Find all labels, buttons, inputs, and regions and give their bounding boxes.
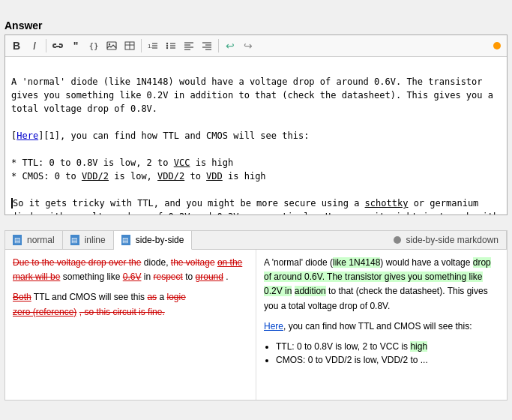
toolbar-separator-2 xyxy=(141,39,142,52)
section-title: Answer xyxy=(4,20,508,32)
preview-left: Due to the voltage drop over the diode, … xyxy=(5,250,256,400)
tab-markdown[interactable]: side-by-side markdown xyxy=(386,231,507,249)
svg-point-9 xyxy=(166,43,168,44)
tab-normal-icon: ▤ xyxy=(13,235,22,245)
italic-button[interactable]: I xyxy=(26,38,43,54)
tab-markdown-label: side-by-side markdown xyxy=(406,235,499,245)
undo-button[interactable]: ↩ xyxy=(222,38,238,54)
diff-block-2: Both TTL and CMOS will see this as a log… xyxy=(13,290,248,319)
vdd2-text: VDD/2 xyxy=(82,171,109,182)
del-text-4: as xyxy=(147,292,157,302)
normal-text-3: in xyxy=(144,272,151,282)
vdd2-text2: VDD/2 xyxy=(157,171,184,182)
editor-panel: B I " {} xyxy=(4,34,508,215)
high-text: high xyxy=(211,158,233,168)
svg-point-1 xyxy=(109,44,110,45)
cursor xyxy=(11,198,13,208)
normal-text-4: to xyxy=(185,272,193,282)
svg-point-11 xyxy=(166,47,168,49)
bullet-1-label: TTL: 0 to 0.8V is low, 2 to VCC is xyxy=(276,341,410,352)
svg-point-10 xyxy=(166,45,168,46)
redo-button[interactable]: ↪ xyxy=(240,38,256,54)
tab-side-by-side-icon: ▤ xyxy=(121,235,130,245)
diff-block-1: Due to the voltage drop over the diode, … xyxy=(13,256,248,284)
bold-button[interactable]: B xyxy=(8,38,25,54)
del-underline-2: 0.6V xyxy=(123,272,142,282)
bullet-2-label: CMOS: 0 to VDD/2 is low, VDD/2 to ... xyxy=(276,355,428,365)
tab-normal[interactable]: ▤ normal xyxy=(5,231,63,249)
normal-text-2: something like xyxy=(63,272,123,282)
toolbar-separator-3 xyxy=(218,39,219,52)
code-button[interactable]: {} xyxy=(85,38,102,54)
del-text-5: logie xyxy=(166,292,185,302)
here-link[interactable]: Here xyxy=(16,130,38,141)
quote-button[interactable]: " xyxy=(67,38,84,54)
align-right-icon xyxy=(202,41,212,50)
schottky-text: schottky xyxy=(365,198,409,208)
table-icon xyxy=(124,41,135,50)
normal-text-1: diode, xyxy=(144,257,169,268)
preview-tabs: ▤ normal ▤ inline ▤ side-by-side side-by… xyxy=(5,231,507,250)
del-underline-3: ground xyxy=(196,272,223,282)
editor-content[interactable]: A 'normal' diode (like 1N4148) would hav… xyxy=(5,57,507,214)
bullet-item-1: TTL: 0 to 0.8V is low, 2 to VCC is high xyxy=(276,340,499,353)
image-icon xyxy=(106,41,117,50)
right-para-2: Here, you can find how TTL and CMOS will… xyxy=(264,320,499,334)
del-underline-5: zero (reference) xyxy=(13,307,76,317)
unordered-list-icon xyxy=(166,41,176,50)
ins-1: like 1N4148 xyxy=(333,257,380,268)
ordered-list-icon: 1. xyxy=(148,41,158,50)
tab-inline[interactable]: ▤ inline xyxy=(63,231,114,249)
normal-text-7: a xyxy=(159,292,164,302)
del-text-3: respect xyxy=(153,272,182,282)
tab-inline-icon: ▤ xyxy=(70,235,79,245)
tab-side-by-side[interactable]: ▤ side-by-side xyxy=(114,231,193,250)
align-left-icon xyxy=(184,41,194,50)
preview-right: A 'normal' diode (like 1N4148) would hav… xyxy=(256,250,507,400)
del-underline-4: Both xyxy=(13,292,31,302)
editor-toolbar: B I " {} xyxy=(5,35,507,57)
status-indicator xyxy=(493,42,501,50)
preview-content: Due to the voltage drop over the diode, … xyxy=(5,250,507,400)
toolbar-separator-1 xyxy=(46,39,46,52)
unordered-list-button[interactable] xyxy=(163,38,179,54)
tab-spacer xyxy=(192,231,385,249)
image-button[interactable] xyxy=(103,38,120,54)
here-link-preview[interactable]: Here xyxy=(264,321,283,332)
vcc-text: VCC xyxy=(174,158,190,168)
tab-normal-label: normal xyxy=(27,235,55,245)
bullet-list: TTL: 0 to 0.8V is low, 2 to VCC is high … xyxy=(276,340,499,367)
preview-section: ▤ normal ▤ inline ▤ side-by-side side-by… xyxy=(4,230,508,400)
del-text-2: the voltage xyxy=(171,257,215,268)
link-button[interactable] xyxy=(49,38,66,54)
vdd-text: VDD xyxy=(206,171,223,182)
svg-rect-0 xyxy=(107,42,116,50)
divider xyxy=(4,215,508,223)
table-button[interactable] xyxy=(121,38,138,54)
del-text-1: Due to the voltage drop over the xyxy=(13,257,141,268)
normal-text-6: TTL and CMOS will see this xyxy=(34,292,145,302)
editor-wrapper: A 'normal' diode (like 1N4148) would hav… xyxy=(5,57,507,214)
link-icon xyxy=(52,42,63,50)
tab-inline-label: inline xyxy=(85,235,106,245)
bullet-item-2: CMOS: 0 to VDD/2 is low, VDD/2 to ... xyxy=(276,353,499,367)
ins-high: high xyxy=(410,341,427,352)
align-left-button[interactable] xyxy=(181,38,197,54)
tab-markdown-icon xyxy=(394,236,401,244)
tab-side-by-side-label: side-by-side xyxy=(136,235,184,245)
right-para-1: A 'normal' diode (like 1N4148) would hav… xyxy=(264,256,499,314)
del-text-6: , so this circuit is fine. xyxy=(79,307,165,317)
align-right-button[interactable] xyxy=(199,38,215,54)
svg-text:1.: 1. xyxy=(148,43,153,50)
ordered-list-button[interactable]: 1. xyxy=(145,38,161,54)
normal-text-5: . xyxy=(226,272,228,282)
ins-3: addition xyxy=(295,286,326,296)
